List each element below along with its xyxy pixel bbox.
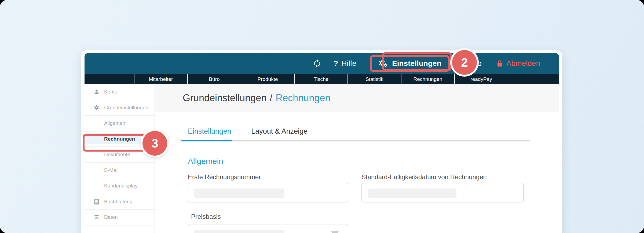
tab-layout-anzeige[interactable]: Layout & Anzeige: [251, 127, 308, 136]
tab-einstellungen[interactable]: Einstellungen: [188, 127, 231, 136]
section-title: Allgemein: [188, 156, 559, 166]
input-faelligkeitsdatum[interactable]: [361, 183, 524, 202]
help-label: Hilfe: [341, 59, 356, 68]
breadcrumb-separator: /: [270, 92, 272, 104]
step-2-badge: 2: [450, 48, 479, 77]
redacted-value: [368, 189, 456, 198]
question-icon: ?: [334, 59, 338, 68]
step-3-badge: 3: [141, 129, 169, 157]
breadcrumb: Grundeinstellungen / Rechnungen: [155, 84, 559, 112]
sidebar-item-buchhaltung[interactable]: Buchhaltung: [85, 194, 155, 210]
redacted-value: [194, 189, 284, 198]
calculator-icon: [93, 199, 100, 205]
select-preisbasis[interactable]: [188, 224, 348, 233]
tab-underline-track: [181, 140, 530, 141]
logout-label: Abmelden: [506, 59, 540, 68]
sidebar-item-label: Konto: [104, 89, 118, 95]
nav-filler: [508, 74, 559, 84]
redacted-value: [194, 230, 284, 233]
nav-tab-tische[interactable]: Tische: [295, 74, 348, 84]
sidebar-item-daten[interactable]: Daten: [85, 210, 155, 226]
annotation-box-rechnungen: [83, 134, 150, 152]
field-label-erste-rechnungsnummer: Erste Rechnungsnummer: [188, 173, 348, 181]
gear-icon: [93, 105, 100, 111]
top-header-bar: ? Hilfe: [85, 53, 559, 74]
field-label-preisbasis: Preisbasis: [191, 213, 348, 221]
sidebar-item-email[interactable]: E-Mail: [85, 163, 155, 179]
lock-icon: [496, 59, 503, 67]
breadcrumb-parent[interactable]: Grundeinstellungen: [183, 92, 266, 104]
breadcrumb-current: Rechnungen: [276, 92, 330, 104]
chevron-down-icon: [331, 231, 339, 233]
nav-tab-rechnungen[interactable]: Rechnungen: [401, 74, 455, 84]
nav-tab-mitarbeiter[interactable]: Mitarbeiter: [134, 74, 188, 84]
main-panel: Grundeinstellungen / Rechnungen Einstell…: [155, 84, 559, 233]
sidebar-item-kundendisplay[interactable]: Kundendisplay: [85, 178, 155, 194]
sidebar-item-label: E-Mail: [104, 167, 119, 173]
field-label-faelligkeitsdatum: Standard-Fälligkeitsdatum von Rechnungen: [361, 173, 524, 181]
sidebar-item-grundeinstellungen[interactable]: Grundeinstellungen: [85, 100, 155, 116]
step-2-number: 2: [461, 55, 468, 70]
sidebar-item-label: Dokumente: [104, 152, 130, 157]
sidebar-item-label: Grundeinstellungen: [104, 105, 148, 111]
input-erste-rechnungsnummer[interactable]: [188, 183, 348, 202]
screen-background: ? Hilfe: [0, 0, 644, 233]
nav-tab-buero[interactable]: Büro: [188, 74, 241, 84]
module-nav-bar: Mitarbeiter Büro Produkte Tische Statist…: [85, 74, 559, 84]
refresh-button[interactable]: [313, 59, 322, 68]
database-icon: [93, 214, 100, 220]
step-3-number: 3: [151, 136, 158, 151]
user-icon: [93, 89, 100, 95]
sidebar-item-label: Kundendisplay: [104, 183, 138, 189]
nav-tab-statistik[interactable]: Statistik: [348, 74, 401, 84]
nav-tab-produkte[interactable]: Produkte: [241, 74, 295, 84]
sidebar-item-label: Daten: [104, 214, 118, 220]
nav-spacer: [85, 74, 134, 84]
settings-sidebar: Konto: [85, 84, 155, 233]
sidebar-item-konto[interactable]: Konto: [85, 84, 155, 100]
logout-link[interactable]: Abmelden: [496, 59, 540, 68]
sidebar-item-label: Buchhaltung: [104, 199, 133, 205]
annotation-box-einstellungen: [382, 52, 452, 71]
help-link[interactable]: ? Hilfe: [334, 59, 356, 68]
sync-icon: [313, 59, 322, 68]
content-tabs: Einstellungen Layout & Anzeige: [181, 127, 559, 136]
tab-underline-active: [181, 140, 232, 141]
sidebar-item-label: Allgemein: [104, 120, 126, 126]
sidebar-item-allgemein[interactable]: Allgemein: [85, 116, 155, 131]
